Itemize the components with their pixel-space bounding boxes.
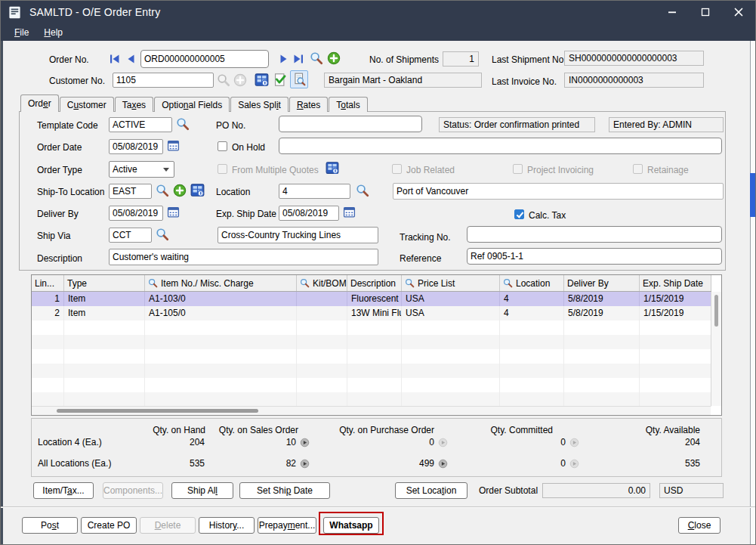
col-item[interactable]: Item No./ Misc. Charge [145, 275, 297, 291]
tab-customer[interactable]: Customer [60, 97, 114, 112]
menu-file[interactable]: File [7, 25, 36, 40]
qty-value: 0 [336, 437, 434, 447]
window-right-edge [750, 41, 755, 544]
last-shipment-value: SH0000000000000000003 [564, 51, 704, 66]
qty-available-header: Qty. Available [602, 425, 700, 435]
col-line[interactable]: Lin... [32, 275, 64, 291]
col-kit-bom[interactable]: Kit/BOM [297, 275, 347, 291]
order-lines-grid: Lin... Type Item No./ Misc. Charge Kit/B… [31, 274, 722, 416]
history-button[interactable]: History... [199, 517, 255, 534]
customer-no-input[interactable] [113, 73, 214, 88]
order-subtotal-value: 0.00 [542, 483, 650, 498]
close-button[interactable]: Close [678, 517, 721, 534]
prepayment-button[interactable]: Prepayment... [258, 517, 316, 534]
grid-location-finder-icon[interactable] [503, 278, 513, 288]
qty-row-all-locations-label: All Locations (Ea.) [38, 458, 111, 469]
col-location[interactable]: Location [500, 275, 564, 291]
titlebar: SAMLTD - O/E Order Entry [1, 1, 755, 23]
drilldown-arrow-icon-disabled [438, 437, 448, 447]
whatsapp-button[interactable]: Whatsapp [323, 517, 379, 534]
order-finder-icon[interactable] [310, 51, 323, 65]
qty-on-purchase-order-header: Qty. on Purchase Order [306, 425, 434, 435]
col-exp-ship-date[interactable]: Exp. Ship Date [640, 275, 711, 291]
qty-value: 0 [467, 437, 566, 447]
grid-header-row: Lin... Type Item No./ Misc. Charge Kit/B… [32, 275, 711, 292]
qty-value: 204 [602, 437, 700, 447]
tab-sales-split[interactable]: Sales Split [230, 97, 289, 112]
order-entry-window: SAMLTD - O/E Order Entry File Help Order… [0, 0, 756, 545]
maximize-button[interactable] [689, 1, 722, 23]
customer-name-value: Bargain Mart - Oakland [324, 73, 482, 88]
nav-first-icon[interactable] [109, 53, 121, 65]
menubar: File Help [1, 23, 755, 41]
tab-strip: Order Customer Taxes Optional Fields Sal… [20, 94, 369, 112]
qty-row-location-label: Location 4 (Ea.) [38, 437, 102, 447]
nav-next-icon[interactable] [277, 53, 289, 65]
col-deliver-by[interactable]: Deliver By [564, 275, 640, 291]
grid-horizontal-scrollbar[interactable] [32, 406, 711, 415]
nav-last-icon[interactable] [292, 53, 304, 65]
tab-optional-fields[interactable]: Optional Fields [154, 97, 230, 112]
kit-finder-icon[interactable] [300, 278, 310, 288]
item-finder-icon[interactable] [148, 278, 158, 288]
drilldown-arrow-icon[interactable] [438, 458, 448, 468]
grid-empty-row[interactable] [32, 335, 711, 349]
customer-drilldown-icon[interactable] [255, 73, 269, 87]
new-order-icon[interactable] [327, 51, 341, 65]
col-price-list[interactable]: Price List [402, 275, 500, 291]
order-no-input[interactable] [140, 50, 269, 68]
grid-vertical-scrollbar[interactable] [711, 292, 721, 406]
grid-vscroll-thumb[interactable] [714, 295, 718, 327]
last-shipment-label: Last Shipment No. [492, 54, 566, 65]
nav-previous-icon[interactable] [125, 53, 137, 65]
minimize-button[interactable] [656, 1, 689, 23]
grid-empty-row[interactable] [32, 378, 711, 392]
customer-inquiry-icon[interactable] [290, 70, 308, 88]
create-po-button[interactable]: Create PO [81, 517, 137, 534]
qty-value: 10 [198, 437, 296, 447]
grid-empty-row[interactable] [32, 364, 711, 378]
quantity-summary: Qty. on Hand Qty. on Sales Order Qty. on… [31, 418, 722, 477]
tab-order[interactable]: Order [20, 94, 59, 112]
item-tax-button[interactable]: Item/Tax... [33, 482, 94, 499]
grid-hscroll-thumb[interactable] [57, 409, 258, 413]
customer-finder-icon-disabled [217, 73, 230, 87]
grid-empty-row[interactable] [32, 320, 711, 335]
set-ship-date-button[interactable]: Set Ship Date [239, 482, 330, 499]
close-window-button[interactable] [722, 1, 755, 23]
qty-value: 82 [198, 458, 296, 469]
grid-row-1[interactable]: 1 Item A1-103/0 Fluorescent Des... USA 4… [32, 292, 711, 306]
new-customer-icon-disabled [233, 73, 247, 87]
grid-empty-row[interactable] [32, 392, 711, 407]
tab-rates[interactable]: Rates [289, 97, 328, 112]
grid-row-2[interactable]: 2 Item A1-105/0 13W Mini Fluore... USA 4… [32, 306, 711, 320]
order-tab-panel [19, 111, 726, 271]
set-location-button[interactable]: Set Location [395, 482, 467, 499]
qty-value: 204 [106, 437, 205, 447]
ship-all-button[interactable]: Ship All [171, 482, 233, 499]
price-list-finder-icon[interactable] [405, 278, 415, 288]
post-button[interactable]: Post [22, 517, 78, 534]
col-type[interactable]: Type [64, 275, 145, 291]
window-controls [656, 1, 755, 23]
qty-on-sales-order-header: Qty. on Sales Order [185, 425, 298, 435]
grid-empty-row[interactable] [32, 349, 711, 364]
delete-button: Delete [140, 517, 196, 534]
last-invoice-value: IN0000000000003 [564, 73, 704, 88]
external-window-edge [750, 173, 755, 217]
qty-value: 499 [336, 458, 434, 469]
window-title: SAMLTD - O/E Order Entry [29, 6, 160, 18]
qty-value: 535 [602, 458, 700, 469]
shipments-label: No. of Shipments [369, 54, 439, 65]
drilldown-arrow-icon[interactable] [300, 437, 310, 447]
drilldown-arrow-icon[interactable] [300, 458, 310, 468]
credit-check-icon[interactable] [273, 73, 287, 87]
footer-separator [1, 506, 755, 508]
col-description[interactable]: Description [347, 275, 402, 291]
menu-help[interactable]: Help [36, 25, 70, 40]
customer-no-label: Customer No. [49, 76, 105, 86]
tab-totals[interactable]: Totals [329, 97, 367, 112]
tab-taxes[interactable]: Taxes [115, 97, 153, 112]
qty-value: 0 [467, 458, 566, 469]
last-invoice-label: Last Invoice No. [492, 76, 557, 87]
